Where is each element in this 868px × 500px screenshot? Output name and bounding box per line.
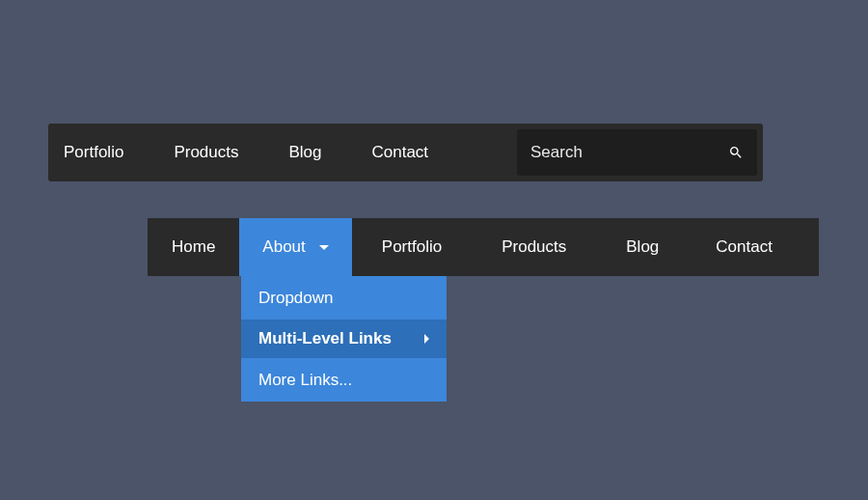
search-input[interactable] xyxy=(530,143,704,162)
nav-item-blog[interactable]: Blog xyxy=(263,143,346,162)
dropdown-item-morelinks[interactable]: More Links... xyxy=(241,358,447,402)
dropdown-item-dropdown[interactable]: Dropdown xyxy=(241,276,447,319)
caret-down-icon xyxy=(319,245,329,250)
dropdown-item-label: Dropdown xyxy=(258,289,334,308)
search-icon[interactable] xyxy=(728,145,744,160)
nav-item-contact[interactable]: Contact xyxy=(347,143,454,162)
dropdown-menu: Dropdown Multi-Level Links More Links... xyxy=(241,276,447,402)
nav-item-products[interactable]: Products xyxy=(149,143,263,162)
dropdown-item-label: Multi-Level Links xyxy=(258,329,392,348)
nav-item-about[interactable]: About xyxy=(239,218,351,276)
search-box xyxy=(517,129,757,176)
nav-item-about-label: About xyxy=(262,237,305,257)
nav-item-products-2[interactable]: Products xyxy=(472,218,596,276)
nav-item-portfolio-2[interactable]: Portfolio xyxy=(352,218,472,276)
navbar-bottom: Home About Portfolio Products Blog Conta… xyxy=(148,218,819,276)
nav-item-contact-2[interactable]: Contact xyxy=(689,218,800,276)
caret-right-icon xyxy=(424,334,429,344)
nav-item-portfolio[interactable]: Portfolio xyxy=(64,143,149,162)
nav-links-top: Portfolio Products Blog Contact xyxy=(64,143,453,162)
nav-item-home[interactable]: Home xyxy=(148,218,239,276)
dropdown-item-multilevel[interactable]: Multi-Level Links xyxy=(241,319,447,358)
navbar-top: Portfolio Products Blog Contact xyxy=(48,124,763,181)
dropdown-item-label: More Links... xyxy=(258,371,352,390)
nav-item-blog-2[interactable]: Blog xyxy=(596,218,689,276)
